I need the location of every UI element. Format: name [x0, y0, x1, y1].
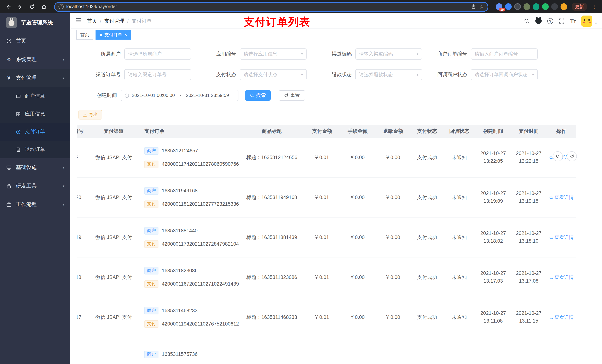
pay-tag: 支付 [144, 200, 159, 208]
view-detail-link[interactable]: 查看详情 [549, 194, 574, 201]
app-id-select[interactable]: 请选择应用信息▾ [240, 48, 307, 60]
refund-amount: ¥ 0.00 [376, 274, 411, 280]
view-detail-link[interactable]: 查看详情 [549, 274, 574, 281]
created-time: 2021-10-2713:19:09 [480, 190, 506, 204]
document-icon [16, 147, 21, 152]
breadcrumb-current: 支付订单 [132, 18, 152, 24]
magnifier-icon [549, 195, 553, 199]
avatar-extension-icon[interactable] [560, 3, 567, 10]
extension-icon[interactable] [542, 3, 549, 10]
magnifier-icon [549, 315, 553, 319]
pay-transaction-no: 4200001173202110272847982104 [162, 241, 239, 247]
search-button[interactable]: 搜索 [245, 90, 271, 101]
table-row: 17 微信 JSAPI 支付 商户 1635311468233 支付 42000… [77, 297, 576, 337]
view-detail-link[interactable]: 查看详情 [549, 314, 574, 321]
avatar-caret-icon[interactable]: ▾ [595, 21, 597, 26]
refresh-icon [284, 93, 288, 98]
view-detail-link[interactable]: 查看详情 [549, 234, 574, 241]
breadcrumb-home[interactable]: 首页 [87, 18, 97, 24]
url-bar[interactable]: i localhost:1024/pay/order ☆ [54, 2, 488, 12]
fee-amount: ¥ 0.00 [340, 274, 376, 280]
user-avatar[interactable] [581, 15, 592, 26]
refund-amount: ¥ 0.00 [376, 195, 411, 200]
product-title: 标题：1635311823086 [239, 274, 304, 281]
fee-amount: ¥ 0.00 [340, 314, 376, 320]
pay-channel: 微信 JSAPI 支付 [93, 314, 134, 321]
share-icon[interactable] [471, 4, 476, 9]
table-toolbar [553, 151, 577, 161]
search-icon[interactable] [524, 18, 530, 24]
sidebar-item-merchant-info[interactable]: 商户信息 [0, 87, 70, 105]
app-logo[interactable]: 芋道管理系统 [0, 13, 70, 32]
notify-status-select[interactable]: 请选择订单回调商户状态▾ [471, 69, 538, 80]
pay-transaction-no: 4200001181202110277723215336 [162, 201, 239, 207]
page-annotation-title: 支付订单列表 [244, 15, 310, 30]
back-icon[interactable] [4, 2, 13, 11]
sidebar-item-pay-order[interactable]: 支付订单 [0, 123, 70, 141]
hide-search-icon[interactable] [553, 151, 563, 161]
chevron-down-icon: ▾ [63, 203, 64, 207]
browser-update-button[interactable]: 更新 [572, 2, 587, 11]
sidebar-item-infra[interactable]: 基础设施 ▾ [0, 158, 70, 177]
help-icon[interactable]: ? [547, 18, 553, 24]
date-range-picker[interactable]: 2021-10-01 00:00:00 - 2021-10-31 23:59:5… [121, 90, 238, 101]
home-icon[interactable] [39, 2, 48, 11]
bookmark-star-icon[interactable]: ☆ [479, 4, 484, 9]
content: 所属商户 请选择所属商户 应用编号 请选择应用信息▾ 渠道编码 请输入渠道编码▾ [70, 41, 602, 364]
sidebar-item-pay[interactable]: ¥ 支付管理 ▴ [0, 69, 70, 87]
breadcrumb-pay[interactable]: 支付管理 [104, 18, 124, 24]
paid-time: 2021-10-2713:22:15 [516, 150, 541, 165]
fee-amount: ¥ 0.00 [340, 195, 376, 200]
sidebar-item-devtools[interactable]: 研发工具 ▾ [0, 177, 70, 195]
magnifier-icon [549, 275, 553, 280]
fullscreen-icon[interactable] [559, 18, 565, 24]
order-id: 19 [77, 235, 93, 240]
hamburger-icon[interactable] [75, 17, 82, 25]
extension-icon[interactable] [533, 3, 539, 10]
channel-order-no-input[interactable]: 请输入渠道订单号 [124, 69, 191, 80]
product-title: 标题：1635311949168 [239, 194, 304, 201]
fee-amount: ¥ 0.00 [340, 235, 376, 240]
extension-icon[interactable] [514, 3, 521, 10]
close-icon[interactable]: × [124, 32, 127, 37]
pay-status-select[interactable]: 请选择支付状态▾ [240, 69, 307, 80]
site-info-icon[interactable]: i [58, 4, 64, 9]
notify-status: 未通知 [443, 154, 475, 161]
table-row: 商户 1635311575736 [77, 337, 576, 364]
lock-icon [6, 184, 12, 189]
export-button[interactable]: 导出 [78, 110, 102, 119]
chevron-down-icon: ▾ [63, 166, 64, 169]
pay-channel: 微信 JSAPI 支付 [93, 194, 134, 201]
extension-icon[interactable] [505, 3, 512, 10]
reload-icon[interactable] [27, 2, 36, 11]
refund-status-select[interactable]: 请选择退款状态▾ [355, 69, 422, 80]
pay-status: 支付成功 [411, 234, 443, 241]
sidebar-item-home[interactable]: 首页 [0, 32, 70, 50]
refresh-icon[interactable] [567, 151, 577, 161]
github-icon[interactable] [535, 18, 542, 24]
reset-button[interactable]: 重置 [279, 90, 305, 101]
sidebar-item-refund-order[interactable]: 退款订单 [0, 141, 70, 158]
extension-icon[interactable]: 10 [496, 3, 502, 10]
merchant-input[interactable]: 请选择所属商户 [124, 48, 191, 60]
merchant-order-no-input[interactable]: 请输入商户订单编号 [471, 48, 538, 60]
table-row: 21 微信 JSAPI 支付 商户 1635312124657 支付 42000… [77, 138, 576, 177]
yen-icon: ¥ [6, 75, 12, 81]
puzzle-extension-icon[interactable] [551, 3, 558, 10]
product-title: 标题：1635312124656 [239, 154, 304, 161]
channel-code-select[interactable]: 请输入渠道编码▾ [355, 48, 422, 60]
sidebar-item-app-info[interactable]: 应用信息 [0, 105, 70, 123]
tab-pay-order[interactable]: 支付订单 × [96, 30, 131, 40]
pay-tag: 支付 [144, 160, 159, 168]
sidebar-item-workflow[interactable]: 工作流程 ▾ [0, 195, 70, 214]
tab-home[interactable]: 首页 [76, 30, 93, 40]
created-time: 2021-10-2713:17:03 [480, 270, 506, 284]
browser-menu-icon[interactable]: ⋮ [590, 4, 598, 10]
created-time: 2021-10-2713:11:08 [480, 310, 506, 324]
forward-icon[interactable] [16, 2, 24, 11]
fee-amount: ¥ 0.00 [340, 155, 376, 160]
pay-menu-group: ¥ 支付管理 ▴ 商户信息 应用信息 支付订单 [0, 69, 70, 158]
extension-icon[interactable] [524, 3, 530, 10]
sidebar-item-system[interactable]: ⚙ 系统管理 ▾ [0, 50, 70, 69]
font-size-icon[interactable]: TT [570, 18, 576, 24]
